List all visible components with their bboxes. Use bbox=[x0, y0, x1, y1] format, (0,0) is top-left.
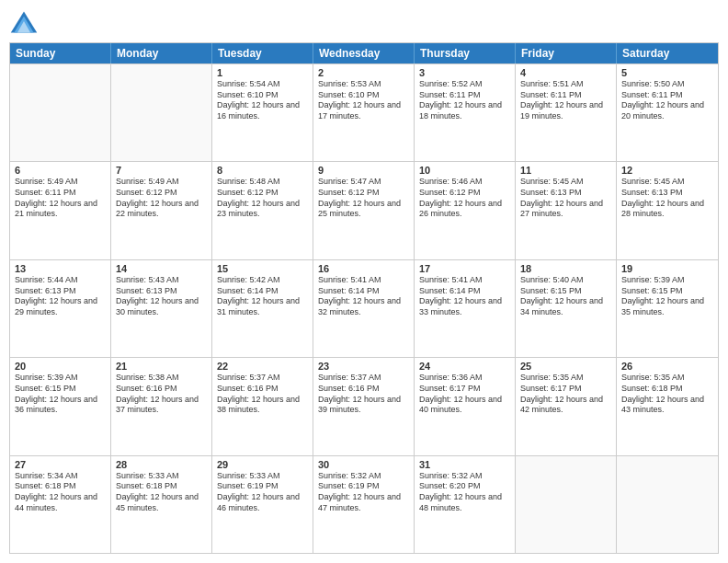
day-info: Sunrise: 5:49 AMSunset: 6:11 PMDaylight:… bbox=[15, 177, 106, 220]
cal-cell: 20Sunrise: 5:39 AMSunset: 6:15 PMDayligh… bbox=[10, 358, 111, 454]
day-number: 29 bbox=[217, 459, 308, 470]
col-header-tuesday: Tuesday bbox=[212, 43, 313, 63]
calendar-body: 1Sunrise: 5:54 AMSunset: 6:10 PMDaylight… bbox=[10, 63, 718, 553]
cal-cell: 4Sunrise: 5:51 AMSunset: 6:11 PMDaylight… bbox=[516, 64, 617, 161]
day-info: Sunrise: 5:35 AMSunset: 6:17 PMDaylight:… bbox=[520, 373, 611, 416]
day-info: Sunrise: 5:33 AMSunset: 6:19 PMDaylight:… bbox=[217, 471, 308, 514]
day-info: Sunrise: 5:36 AMSunset: 6:17 PMDaylight:… bbox=[419, 373, 510, 416]
day-info: Sunrise: 5:51 AMSunset: 6:11 PMDaylight:… bbox=[520, 79, 611, 122]
day-info: Sunrise: 5:49 AMSunset: 6:12 PMDaylight:… bbox=[116, 177, 207, 220]
day-number: 15 bbox=[217, 263, 308, 274]
day-number: 20 bbox=[15, 361, 106, 372]
day-number: 25 bbox=[520, 361, 611, 372]
cal-cell: 1Sunrise: 5:54 AMSunset: 6:10 PMDaylight… bbox=[212, 64, 313, 161]
cal-cell: 14Sunrise: 5:43 AMSunset: 6:13 PMDayligh… bbox=[111, 260, 212, 357]
cal-cell: 23Sunrise: 5:37 AMSunset: 6:16 PMDayligh… bbox=[313, 358, 415, 454]
col-header-wednesday: Wednesday bbox=[313, 43, 415, 63]
day-number: 16 bbox=[318, 263, 409, 274]
day-number: 18 bbox=[520, 263, 611, 274]
day-number: 26 bbox=[621, 361, 713, 372]
day-info: Sunrise: 5:41 AMSunset: 6:14 PMDaylight:… bbox=[318, 275, 409, 318]
cal-cell: 2Sunrise: 5:53 AMSunset: 6:10 PMDaylight… bbox=[313, 64, 415, 161]
day-number: 14 bbox=[116, 263, 207, 274]
cal-cell: 18Sunrise: 5:40 AMSunset: 6:15 PMDayligh… bbox=[516, 260, 617, 357]
day-number: 5 bbox=[621, 67, 713, 78]
day-number: 24 bbox=[419, 361, 510, 372]
day-number: 7 bbox=[116, 165, 207, 176]
day-number: 19 bbox=[621, 263, 713, 274]
day-info: Sunrise: 5:43 AMSunset: 6:13 PMDaylight:… bbox=[116, 275, 207, 318]
col-header-friday: Friday bbox=[516, 43, 617, 63]
cal-cell: 28Sunrise: 5:33 AMSunset: 6:18 PMDayligh… bbox=[111, 456, 212, 553]
day-info: Sunrise: 5:54 AMSunset: 6:10 PMDaylight:… bbox=[217, 79, 308, 122]
day-info: Sunrise: 5:32 AMSunset: 6:19 PMDaylight:… bbox=[318, 471, 409, 514]
day-info: Sunrise: 5:35 AMSunset: 6:18 PMDaylight:… bbox=[621, 373, 713, 416]
day-info: Sunrise: 5:39 AMSunset: 6:15 PMDaylight:… bbox=[15, 373, 106, 416]
day-number: 17 bbox=[419, 263, 510, 274]
day-info: Sunrise: 5:53 AMSunset: 6:10 PMDaylight:… bbox=[318, 79, 409, 122]
day-info: Sunrise: 5:42 AMSunset: 6:14 PMDaylight:… bbox=[217, 275, 308, 318]
day-number: 30 bbox=[318, 459, 409, 470]
week-row-2: 13Sunrise: 5:44 AMSunset: 6:13 PMDayligh… bbox=[10, 259, 718, 357]
cal-cell: 6Sunrise: 5:49 AMSunset: 6:11 PMDaylight… bbox=[10, 162, 111, 259]
week-row-4: 27Sunrise: 5:34 AMSunset: 6:18 PMDayligh… bbox=[10, 455, 718, 553]
day-info: Sunrise: 5:50 AMSunset: 6:11 PMDaylight:… bbox=[621, 79, 713, 122]
day-number: 21 bbox=[116, 361, 207, 372]
day-info: Sunrise: 5:46 AMSunset: 6:12 PMDaylight:… bbox=[419, 177, 510, 220]
cal-cell: 27Sunrise: 5:34 AMSunset: 6:18 PMDayligh… bbox=[10, 456, 111, 553]
cal-cell: 9Sunrise: 5:47 AMSunset: 6:12 PMDaylight… bbox=[313, 162, 415, 259]
cal-cell: 15Sunrise: 5:42 AMSunset: 6:14 PMDayligh… bbox=[212, 260, 313, 357]
day-number: 31 bbox=[419, 459, 510, 470]
day-info: Sunrise: 5:48 AMSunset: 6:12 PMDaylight:… bbox=[217, 177, 308, 220]
cal-cell: 22Sunrise: 5:37 AMSunset: 6:16 PMDayligh… bbox=[212, 358, 313, 454]
cal-cell: 13Sunrise: 5:44 AMSunset: 6:13 PMDayligh… bbox=[10, 260, 111, 357]
day-info: Sunrise: 5:52 AMSunset: 6:11 PMDaylight:… bbox=[419, 79, 510, 122]
cal-cell: 16Sunrise: 5:41 AMSunset: 6:14 PMDayligh… bbox=[313, 260, 415, 357]
day-number: 4 bbox=[520, 67, 611, 78]
day-info: Sunrise: 5:38 AMSunset: 6:16 PMDaylight:… bbox=[116, 373, 207, 416]
day-number: 8 bbox=[217, 165, 308, 176]
day-number: 27 bbox=[15, 459, 106, 470]
cal-cell: 31Sunrise: 5:32 AMSunset: 6:20 PMDayligh… bbox=[415, 456, 516, 553]
day-number: 10 bbox=[419, 165, 510, 176]
cal-cell bbox=[111, 64, 212, 161]
day-number: 28 bbox=[116, 459, 207, 470]
day-number: 3 bbox=[419, 67, 510, 78]
day-number: 12 bbox=[621, 165, 713, 176]
cal-cell: 24Sunrise: 5:36 AMSunset: 6:17 PMDayligh… bbox=[415, 358, 516, 454]
day-info: Sunrise: 5:37 AMSunset: 6:16 PMDaylight:… bbox=[217, 373, 308, 416]
day-info: Sunrise: 5:34 AMSunset: 6:18 PMDaylight:… bbox=[15, 471, 106, 514]
day-number: 13 bbox=[15, 263, 106, 274]
cal-cell: 3Sunrise: 5:52 AMSunset: 6:11 PMDaylight… bbox=[415, 64, 516, 161]
cal-cell: 30Sunrise: 5:32 AMSunset: 6:19 PMDayligh… bbox=[313, 456, 415, 553]
day-number: 2 bbox=[318, 67, 409, 78]
cal-cell: 25Sunrise: 5:35 AMSunset: 6:17 PMDayligh… bbox=[516, 358, 617, 454]
cal-cell bbox=[516, 456, 617, 553]
cal-cell bbox=[10, 64, 111, 161]
cal-cell: 7Sunrise: 5:49 AMSunset: 6:12 PMDaylight… bbox=[111, 162, 212, 259]
logo bbox=[9, 9, 42, 35]
logo-icon bbox=[9, 9, 39, 35]
day-number: 1 bbox=[217, 67, 308, 78]
day-info: Sunrise: 5:44 AMSunset: 6:13 PMDaylight:… bbox=[15, 275, 106, 318]
day-info: Sunrise: 5:45 AMSunset: 6:13 PMDaylight:… bbox=[621, 177, 713, 220]
day-number: 23 bbox=[318, 361, 409, 372]
cal-cell bbox=[617, 456, 718, 553]
cal-cell: 8Sunrise: 5:48 AMSunset: 6:12 PMDaylight… bbox=[212, 162, 313, 259]
week-row-0: 1Sunrise: 5:54 AMSunset: 6:10 PMDaylight… bbox=[10, 63, 718, 161]
week-row-3: 20Sunrise: 5:39 AMSunset: 6:15 PMDayligh… bbox=[10, 357, 718, 454]
day-number: 6 bbox=[15, 165, 106, 176]
day-info: Sunrise: 5:45 AMSunset: 6:13 PMDaylight:… bbox=[520, 177, 611, 220]
cal-cell: 11Sunrise: 5:45 AMSunset: 6:13 PMDayligh… bbox=[516, 162, 617, 259]
cal-cell: 17Sunrise: 5:41 AMSunset: 6:14 PMDayligh… bbox=[415, 260, 516, 357]
day-info: Sunrise: 5:47 AMSunset: 6:12 PMDaylight:… bbox=[318, 177, 409, 220]
day-info: Sunrise: 5:41 AMSunset: 6:14 PMDaylight:… bbox=[419, 275, 510, 318]
day-number: 22 bbox=[217, 361, 308, 372]
day-info: Sunrise: 5:32 AMSunset: 6:20 PMDaylight:… bbox=[419, 471, 510, 514]
page: SundayMondayTuesdayWednesdayThursdayFrid… bbox=[0, 0, 728, 563]
col-header-monday: Monday bbox=[111, 43, 212, 63]
day-info: Sunrise: 5:37 AMSunset: 6:16 PMDaylight:… bbox=[318, 373, 409, 416]
calendar-header-row: SundayMondayTuesdayWednesdayThursdayFrid… bbox=[10, 43, 718, 63]
day-info: Sunrise: 5:40 AMSunset: 6:15 PMDaylight:… bbox=[520, 275, 611, 318]
cal-cell: 21Sunrise: 5:38 AMSunset: 6:16 PMDayligh… bbox=[111, 358, 212, 454]
